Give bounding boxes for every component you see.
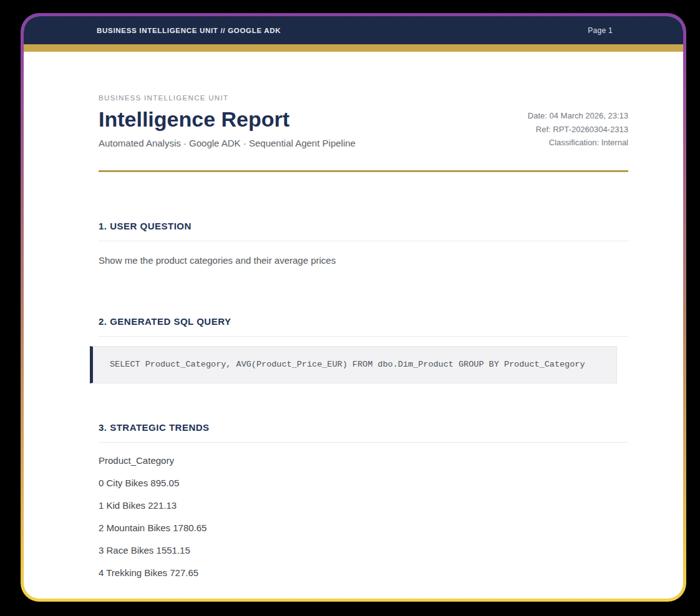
page-number: Page 1	[588, 26, 613, 35]
trend-row: 4 Trekking Bikes 727.65	[99, 566, 628, 580]
report-masthead: BUSINESS INTELLIGENCE UNIT Intelligence …	[99, 94, 628, 150]
topbar-title: BUSINESS INTELLIGENCE UNIT // GOOGLE ADK	[97, 27, 281, 34]
gold-strip	[24, 44, 683, 52]
strategic-trends-heading: 3. STRATEGIC TRENDS	[99, 421, 628, 435]
trend-row: 1 Kid Bikes 221.13	[99, 499, 628, 513]
report-page-frame: BUSINESS INTELLIGENCE UNIT // GOOGLE ADK…	[21, 13, 686, 602]
sql-query-heading: 2. GENERATED SQL QUERY	[99, 315, 628, 329]
report-page: BUSINESS INTELLIGENCE UNIT // GOOGLE ADK…	[24, 16, 683, 599]
trend-row: 0 City Bikes 895.05	[99, 476, 628, 490]
trend-row: 3 Race Bikes 1551.15	[99, 544, 628, 557]
section-divider	[99, 442, 628, 443]
report-content: BUSINESS INTELLIGENCE UNIT Intelligence …	[24, 52, 683, 580]
report-subtitle: Automated Analysis · Google ADK · Sequen…	[99, 137, 356, 150]
trends-column-header: Product_Category	[99, 454, 628, 468]
sql-code-block: SELECT Product_Category, AVG(Product_Pri…	[90, 346, 617, 383]
report-title: Intelligence Report	[99, 107, 356, 132]
user-question-text: Show me the product categories and their…	[99, 254, 628, 267]
trend-row: 2 Mountain Bikes 1780.65	[99, 521, 628, 535]
section-sql-query: 2. GENERATED SQL QUERY SELECT Product_Ca…	[99, 315, 628, 383]
gold-rule	[99, 170, 628, 172]
sql-code-text: SELECT Product_Category, AVG(Product_Pri…	[110, 360, 585, 369]
meta-ref: Ref: RPT-20260304-2313	[528, 123, 628, 137]
section-divider	[99, 241, 628, 241]
user-question-heading: 1. USER QUESTION	[99, 219, 628, 233]
section-user-question: 1. USER QUESTION Show me the product cat…	[99, 219, 628, 267]
meta-classification: Classification: Internal	[528, 136, 628, 150]
report-eyebrow: BUSINESS INTELLIGENCE UNIT	[99, 94, 356, 102]
section-strategic-trends: 3. STRATEGIC TRENDS Product_Category 0 C…	[99, 421, 628, 580]
meta-date: Date: 04 March 2026, 23:13	[528, 109, 628, 123]
section-divider	[99, 336, 628, 337]
report-meta: Date: 04 March 2026, 23:13 Ref: RPT-2026…	[528, 94, 628, 150]
report-topbar: BUSINESS INTELLIGENCE UNIT // GOOGLE ADK…	[24, 16, 683, 44]
masthead-left: BUSINESS INTELLIGENCE UNIT Intelligence …	[99, 94, 356, 150]
